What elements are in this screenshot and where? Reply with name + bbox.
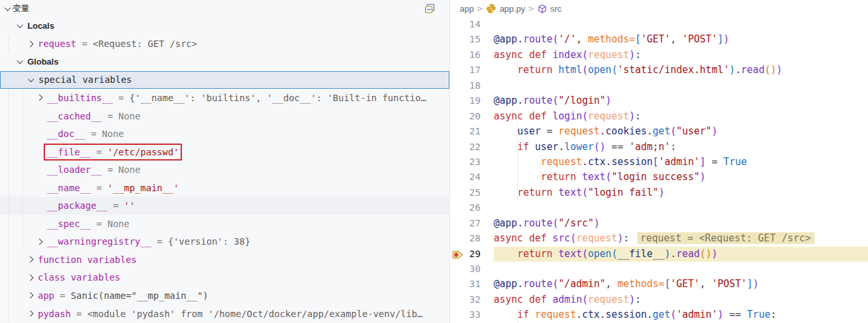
line-number[interactable]: 23 [450,155,494,170]
indent-guide [22,196,23,215]
tree-row-app[interactable]: app = Sanic(name="__mp_main__") [0,286,449,305]
chevron-down-icon[interactable] [5,5,11,11]
line-number[interactable]: 14 [450,17,494,32]
chevron-right-icon[interactable] [25,254,35,265]
code-line-28[interactable]: 28async def src(request):request = <Requ… [450,231,868,246]
line-number[interactable]: 17 [450,63,494,78]
code-line-25[interactable]: 25 return text("login fail") [450,185,868,200]
tree-row-warningregistry[interactable]: __warningregistry__ = {'version': 38} [0,233,449,251]
token: , [700,278,711,290]
tree-row-package[interactable]: __package__ = '' [0,196,449,215]
variable-value: {'version': 38} [168,236,250,247]
tree-row-builtins[interactable]: __builtins__ = {'__name__': 'builtins', … [0,89,449,107]
code-line-17[interactable]: 17 return html(open('static/index.html')… [450,63,868,78]
tree-row-special-variables[interactable]: special variables [0,71,449,89]
line-number[interactable]: 19 [450,93,494,108]
code-text: request.ctx.session['admin'] = True [494,155,868,170]
line-number[interactable]: 31 [450,277,494,292]
line-number[interactable]: 29 [450,247,494,262]
code-line-20[interactable]: 20async def login(request): [450,109,868,124]
tree-row-class-variables[interactable]: class variables [0,269,449,287]
indent-guide [22,107,23,125]
code-line-19[interactable]: 19@app.route("/login") [450,93,868,108]
token: return [517,187,552,198]
breadcrumb-item-src[interactable]: src [537,4,561,14]
line-number[interactable]: 24 [450,170,494,185]
code-line-15[interactable]: 15@app.route('/', methods=['GET', 'POST'… [450,32,868,47]
line-number[interactable]: 28 [450,231,494,246]
line-number[interactable]: 25 [450,185,494,200]
chevron-right-icon[interactable] [25,309,35,319]
chevron-right-icon[interactable] [25,290,35,301]
code-line-18[interactable]: 18 [450,78,868,93]
tree-row-request[interactable]: request = <Request: GET /src> [0,35,449,54]
code-line-30[interactable]: 30 [450,262,868,277]
tree-row-doc[interactable]: __doc__ = None [0,125,449,143]
section-locals[interactable]: Locals [0,17,449,35]
code-line-32[interactable]: 32async def admin(request): [450,292,868,307]
code-line-24[interactable]: 24 return text("login success") [450,170,868,185]
variable-value: Sanic(name="__mp_main__") [71,290,209,301]
chevron-down-icon[interactable] [14,57,25,67]
chevron-down-icon[interactable] [25,74,36,85]
token: ( [612,248,618,260]
chevron-spacer [34,147,44,157]
chevron-down-icon[interactable] [14,21,25,31]
chevron-right-icon[interactable] [25,38,35,49]
token: "/admin" [558,278,605,290]
token [494,309,517,320]
code-line-14[interactable]: 14 [450,17,868,32]
token: "/login" [558,95,605,106]
line-number[interactable]: 30 [450,262,494,277]
line-number[interactable]: 27 [450,216,494,231]
chevron-right-icon[interactable] [25,272,35,283]
line-number[interactable]: 33 [450,307,494,322]
tree-row-loader[interactable]: __loader__ = None [0,161,449,179]
section-globals[interactable]: Globals [0,53,449,71]
chevron-right-icon[interactable] [34,236,44,247]
token: ( [670,125,676,137]
token: : [635,294,641,305]
code-line-22[interactable]: 22 if user.lower() == 'adm;n': [450,140,868,155]
token: cookies [606,125,647,137]
line-number[interactable]: 15 [450,32,494,47]
tree-row-cached[interactable]: __cached__ = None [0,107,449,125]
tree-row-name[interactable]: __name__ = '__mp_main__' [0,179,449,197]
line-number[interactable]: 20 [450,109,494,124]
code-line-33[interactable]: 33 if request.ctx.session.get('admin') =… [450,307,868,322]
line-number[interactable]: 18 [450,78,494,93]
token: ( [582,49,588,61]
code-line-27[interactable]: 27@app.route("/src") [450,216,868,231]
variables-panel-header: 变量 [0,0,449,17]
breadcrumb-separator: > [477,3,483,14]
code-line-23[interactable]: 23 request.ctx.session['admin'] = True [450,155,868,170]
line-number[interactable]: 21 [450,124,494,139]
code-text: return text("login success") [494,170,868,185]
indent-guide [8,35,9,54]
tree-row-function-variables[interactable]: function variables [0,251,449,269]
tree-row-file[interactable]: __file__ = '/etc/passwd' [0,143,449,161]
token: def [529,49,546,61]
code-line-31[interactable]: 31@app.route("/admin", methods=['GET', '… [450,277,868,292]
collapse-all-icon[interactable] [425,3,435,14]
token: @app [494,278,517,290]
code-line-29[interactable]: 29 return text(open(__file__).read()) [450,247,868,262]
tree-row-spec[interactable]: __spec__ = None [0,215,449,233]
line-number[interactable]: 22 [450,140,494,155]
line-number[interactable]: 32 [450,292,494,307]
line-number[interactable]: 26 [450,200,494,215]
chevron-right-icon[interactable] [34,93,44,103]
indent-guide [517,247,518,262]
breadcrumb-item-app-py[interactable]: app.py [486,3,525,14]
breadcrumb-item-app[interactable]: app [460,4,474,14]
token: . [517,278,523,290]
token: read [676,248,700,260]
token [546,232,552,244]
line-number[interactable]: 16 [450,48,494,63]
token: ) [594,217,600,229]
token: ( [582,294,588,305]
code-line-26[interactable]: 26 [450,200,868,215]
code-line-16[interactable]: 16async def index(request): [450,48,868,63]
code-line-21[interactable]: 21 user = request.cookies.get("user") [450,124,868,139]
tree-row-pydash[interactable]: pydash = <module 'pydash' from '/home/Oc… [0,305,449,323]
